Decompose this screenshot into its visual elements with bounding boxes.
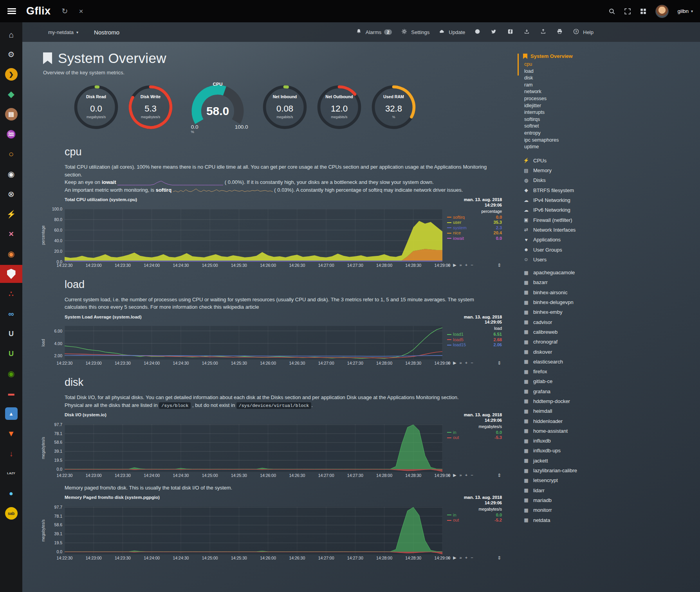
nav-app-binhex-emby[interactable]: ▦binhex-emby: [523, 307, 691, 317]
red-download-app-icon[interactable]: ↓: [0, 444, 22, 462]
nav-app-chronograf[interactable]: ▦chronograf: [523, 337, 691, 347]
load-legend-load5[interactable]: load52.68: [447, 337, 502, 343]
nav-item-network[interactable]: network: [524, 88, 691, 95]
hamburger-menu-icon[interactable]: [7, 8, 16, 14]
net-inbound-gauge[interactable]: Net Inbound0.08megabits/s: [260, 81, 309, 131]
pgpgio-legend-in[interactable]: in0.0: [447, 513, 502, 518]
nav-app-cadvisor[interactable]: ▦cadvisor: [523, 317, 691, 327]
cpu-legend-nice[interactable]: nice20.4: [447, 230, 502, 236]
cpu-legend-system[interactable]: system2.3: [447, 225, 502, 231]
nav-app-diskover[interactable]: ▦diskover: [523, 347, 691, 356]
nav-app-elasticsearch[interactable]: ▦elasticsearch: [523, 357, 691, 367]
cpu-play-button[interactable]: ▶: [453, 263, 456, 268]
shield-app-icon[interactable]: [0, 265, 22, 283]
nav-app-lidarr[interactable]: ▦lidarr: [523, 486, 691, 495]
cpu-pan-right-button[interactable]: »: [460, 263, 462, 268]
nav-app-apacheguacamole[interactable]: ▦apacheguacamole: [523, 268, 691, 277]
nav-app-hddtemp-docker[interactable]: ▦hddtemp-docker: [523, 396, 691, 406]
nextcloud-app-icon[interactable]: ∞: [0, 305, 22, 323]
soundwave-app-icon[interactable]: ♒: [0, 125, 22, 143]
nav-section-disks[interactable]: ◍Disks: [523, 175, 691, 185]
green-u-app-icon[interactable]: U: [0, 345, 22, 363]
io-play-button[interactable]: ▶: [453, 473, 456, 478]
nav-app-home-assistant[interactable]: ▦home-assistant: [523, 426, 691, 436]
io-pan-left-button[interactable]: «: [447, 473, 450, 478]
nav-item-entropy[interactable]: entropy: [524, 130, 691, 137]
nav-app-hiddenloader[interactable]: ▦hiddenloader: [523, 416, 691, 426]
cpu-chart[interactable]: Total CPU utilization (system.cpu)man. 1…: [40, 197, 502, 268]
circle-x-app-icon[interactable]: ⊗: [0, 185, 22, 203]
nav-app-letsencrypt[interactable]: ▦letsencrypt: [523, 475, 691, 485]
nav-item-disk[interactable]: disk: [524, 75, 691, 82]
nav-item-uptime[interactable]: uptime: [524, 144, 691, 151]
load-legend-load15[interactable]: load152.06: [447, 342, 502, 348]
close-tab-icon[interactable]: ×: [79, 7, 83, 16]
green-diamond-app-icon[interactable]: ◆: [0, 85, 22, 103]
softirq-sparkline[interactable]: [173, 187, 273, 193]
cpu-legend-iowait[interactable]: iowait0.0: [447, 236, 502, 241]
github-link[interactable]: [474, 29, 482, 36]
nav-app-firefox[interactable]: ▦firefox: [523, 367, 691, 376]
nav-item-processes[interactable]: processes: [524, 95, 691, 103]
iowait-sparkline[interactable]: [117, 179, 223, 185]
fullscreen-icon[interactable]: [624, 8, 631, 15]
load-resize-handle[interactable]: ⇕: [497, 360, 501, 366]
search-app-icon[interactable]: ○: [0, 145, 22, 163]
io-pan-right-button[interactable]: »: [460, 473, 462, 478]
nav-app-lazylibrarian-calibre[interactable]: ▦lazylibrarian-calibre: [523, 466, 691, 475]
print-button[interactable]: [557, 29, 564, 36]
nav-section-btrfs-filesystem[interactable]: ◆BTRFS filesystem: [523, 185, 691, 195]
load-pan-left-button[interactable]: «: [447, 360, 450, 365]
cpu-plot-area[interactable]: [65, 209, 442, 262]
pgpgio-resize-handle[interactable]: ⇕: [497, 555, 501, 561]
nav-app-heimdall[interactable]: ▦heimdall: [523, 406, 691, 416]
nav-item-softnet[interactable]: softnet: [524, 123, 691, 130]
nav-app-binhex-airsonic[interactable]: ▦binhex-airsonic: [523, 288, 691, 297]
import-button[interactable]: [524, 29, 531, 36]
brand-logo[interactable]: Gflix: [26, 5, 51, 17]
settings-button[interactable]: Settings: [401, 29, 429, 36]
nav-item-idlejitter[interactable]: idlejitter: [524, 103, 691, 110]
help-button[interactable]: ?Help: [573, 29, 594, 36]
nav-app-mariadb[interactable]: ▦mariadb: [523, 495, 691, 505]
cpu-legend-user[interactable]: user35.3: [447, 220, 502, 225]
load-chart[interactable]: System Load Average (system.load)man. 13…: [40, 315, 502, 367]
pgpgio-chart[interactable]: Memory Paged from/to disk (system.pgpgio…: [40, 495, 502, 561]
pgpgio-zoom-out-button[interactable]: −: [471, 555, 473, 560]
red-dots-app-icon[interactable]: ∴: [0, 285, 22, 303]
nav-item-interrupts[interactable]: interrupts: [524, 109, 691, 116]
cpu-legend-softirq[interactable]: softirq0.0: [447, 215, 502, 220]
pgpgio-pan-right-button[interactable]: »: [460, 555, 462, 560]
orange-circle-app-icon[interactable]: ◉: [0, 245, 22, 263]
round-white-app-icon[interactable]: ◉: [0, 165, 22, 183]
io-resize-handle[interactable]: ⇕: [497, 473, 501, 478]
green-circle-app-icon[interactable]: ◉: [0, 365, 22, 383]
io-legend-in[interactable]: in0.0: [447, 430, 502, 435]
io-chart[interactable]: Disk I/O (system.io)man. 13. aug. 201814…: [40, 412, 502, 479]
nav-section-memory[interactable]: ▤Memory: [523, 166, 691, 175]
nav-app-jackett[interactable]: ▦jackett: [523, 456, 691, 466]
nav-app-influxdb[interactable]: ▦influxdb: [523, 436, 691, 446]
nav-section-ipv4-networking[interactable]: ☁IPv4 Networking: [523, 195, 691, 205]
load-zoom-in-button[interactable]: +: [465, 360, 467, 365]
nav-item-cpu[interactable]: cpu: [524, 61, 691, 68]
blue-square-app-icon[interactable]: ▲: [0, 405, 22, 423]
pgpgio-legend-out[interactable]: out-5.2: [447, 518, 502, 523]
library-app-icon[interactable]: ▤: [0, 105, 22, 123]
lazylibrarian-app-icon[interactable]: LAZY: [0, 464, 22, 482]
pgpgio-play-button[interactable]: ▶: [453, 555, 456, 560]
cpu-resize-handle[interactable]: ⇕: [497, 263, 501, 268]
gitlab-app-icon[interactable]: ▼: [0, 425, 22, 443]
my-netdata-dropdown[interactable]: my-netdata▾: [48, 29, 78, 35]
settings-gear-icon[interactable]: ⚙: [0, 45, 22, 63]
net-outbound-gauge[interactable]: Net Outbound12.0megabits/s: [315, 81, 364, 131]
io-legend-out[interactable]: out-5.3: [447, 435, 502, 441]
nav-item-ipc-semaphores[interactable]: ipc semaphores: [524, 137, 691, 144]
nav-section-applications[interactable]: ♥Applications: [523, 235, 691, 245]
update-button[interactable]: Update: [439, 29, 465, 36]
load-zoom-out-button[interactable]: −: [471, 360, 473, 365]
io-zoom-in-button[interactable]: +: [465, 473, 467, 478]
user-avatar[interactable]: [655, 5, 669, 18]
nav-app-gitlab-ce[interactable]: ▦gitlab-ce: [523, 376, 691, 386]
nav-item-load[interactable]: load: [524, 68, 691, 75]
